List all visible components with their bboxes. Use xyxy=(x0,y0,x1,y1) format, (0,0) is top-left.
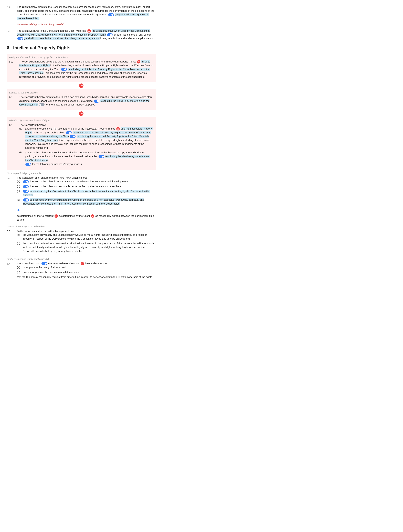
sub4a-text: licensed to the Client in accordance wit… xyxy=(30,180,129,183)
section-52-content: The Client hereby grants to the Consulta… xyxy=(17,5,156,20)
sub4c-item: (c) sub-licensed by the Consultant to th… xyxy=(17,189,156,197)
toggle-61a[interactable] xyxy=(61,68,67,71)
mixed-block: Mixed assignment and licence of rights 6… xyxy=(7,117,156,171)
toggle-53b[interactable] xyxy=(107,33,113,36)
sub3-intro: The Consultant hereby: xyxy=(19,123,153,127)
sub2-num: 6.1 xyxy=(9,95,19,107)
sub1-num: 6.1 xyxy=(9,60,19,79)
toggle-4d[interactable] xyxy=(23,198,29,202)
section-6-title: Intellectual Property Rights xyxy=(13,44,70,51)
sub1-content: The Consultant hereby assigns to the Cli… xyxy=(19,60,153,79)
sub2-label: Licence to use deliverables xyxy=(9,91,153,95)
licence-block: Licence to use deliverables 6.1 The Cons… xyxy=(7,89,156,110)
sub5a-content: the Consultant irrevocably and unconditi… xyxy=(23,233,156,241)
sub6b-label-char: (b) xyxy=(17,270,21,274)
or-badge-64: or xyxy=(81,262,84,265)
toggle-3b2[interactable] xyxy=(25,163,31,166)
plus-icon[interactable]: ✚ xyxy=(17,208,20,213)
toggle-62b[interactable] xyxy=(39,103,44,106)
sub4-plus-row: ✚ xyxy=(17,207,156,213)
sub4-footer: as determined by the Consultant or as de… xyxy=(17,214,156,222)
section-63-block: Waiver of moral rights in deliverables 6… xyxy=(7,225,156,254)
section-53-content: The Client warrants to the Consultant th… xyxy=(17,29,156,40)
sub5a-item: (a) the Consultant irrevocably and uncon… xyxy=(17,233,156,241)
sub3b-item: (b) grants to the Client a non-exclusive… xyxy=(19,151,153,166)
warranty-label: Warranties relating to Second Party mate… xyxy=(17,23,156,26)
toggle-3a1[interactable] xyxy=(66,131,72,134)
sub4a-label-char: (a) xyxy=(17,180,21,184)
sub4c-text: sub-licensed by the Consultant to the Cl… xyxy=(23,190,150,196)
sub5b-label-char: (b) xyxy=(17,242,21,253)
sub6-label: Further assurance (intellectual property… xyxy=(7,258,49,260)
sub3a-label: (a) xyxy=(19,127,24,150)
toggle-62a[interactable] xyxy=(94,100,99,103)
section-6-heading: 6. Intellectual Property Rights xyxy=(7,44,156,51)
sub6b-item: (b) execute or procure the execution of … xyxy=(17,270,156,274)
or-divider-badge-2: OR xyxy=(79,111,83,116)
toggle-4c[interactable] xyxy=(23,190,29,193)
sub4-footer1: as determined by the Consultant xyxy=(17,214,54,217)
sub2-italic: identify purposes xyxy=(76,103,95,106)
section-64-block: Further assurance (intellectual property… xyxy=(7,257,156,279)
sub4c-content: sub-licensed by the Consultant to the Cl… xyxy=(23,189,156,197)
or-badge-3a: or xyxy=(116,127,120,131)
sub3b-italic: identify purposes. xyxy=(63,163,82,165)
section-53-text-c: or other legal rights of any person xyxy=(114,33,151,36)
sub3-num: 6.1 xyxy=(9,123,19,167)
sub3b-content: grants to the Client a non-exclusive, wo… xyxy=(25,151,153,166)
section-53-num: 5.3 xyxy=(7,29,17,40)
section-6-num: 6. xyxy=(7,44,11,51)
section-53-text-d: , and will not breach the provisions of … xyxy=(24,37,100,40)
sub5-intro: To the maximum extent permitted by appli… xyxy=(17,229,156,233)
sub6-intro-line: The Consultant must use reasonable endea… xyxy=(17,262,156,266)
sub4-footer2: as determined by the Client xyxy=(59,214,90,217)
sub4d-label-char: (d) xyxy=(17,198,21,206)
toggle-3b1[interactable] xyxy=(99,155,104,158)
or-divider-badge-1: OR xyxy=(79,83,83,88)
sub1-text1: The Consultant hereby assigns to the Cli… xyxy=(19,60,136,63)
sub4b-item: (b) licensed to the Client on reasonable… xyxy=(17,184,156,189)
sub6-text2: use reasonable endeavours xyxy=(48,262,80,265)
sub5a-label-char: (a) xyxy=(17,233,21,241)
sub2-content: The Consultant hereby grants to the Clie… xyxy=(19,95,153,107)
toggle-4b[interactable] xyxy=(23,185,29,188)
section-53-text-e: in any jurisdiction and under any applic… xyxy=(100,37,154,40)
sub6-text4: to: xyxy=(104,262,107,265)
sub5b-content: the Consultant undertakes to ensure that… xyxy=(23,242,156,253)
sub4b-label-char: (b) xyxy=(17,184,21,189)
or-badge-f2: or xyxy=(91,214,94,218)
sub6-num: 6.4 xyxy=(7,262,17,279)
sub3a-text1: assigns to the Client with full title gu… xyxy=(25,127,115,130)
sub4-content: The Consultant shall ensure that the Thi… xyxy=(17,176,156,222)
sub6b-content: execute or procure the execution of all … xyxy=(23,270,80,274)
section-53-text-a: The Client warrants to the Consultant th… xyxy=(17,29,86,32)
sub4-label: Licensing of third party materials xyxy=(7,172,41,175)
sub6-content: The Consultant must use reasonable endea… xyxy=(17,262,156,279)
sub4d-content: sub-licensed by the Consultant to the Cl… xyxy=(23,198,156,206)
sub5-label: Waiver of moral rights in deliverables xyxy=(7,225,45,228)
sub4d-text: sub-licensed by the Consultant to the Cl… xyxy=(23,198,144,205)
sub4-intro: The Consultant shall ensure that the Thi… xyxy=(17,176,156,180)
sub4a-content: licensed to the Client in accordance wit… xyxy=(23,180,129,184)
sub6-text1: The Consultant must xyxy=(17,262,40,265)
sub3b-text3: for the following purposes: xyxy=(32,163,62,165)
sub3-content: The Consultant hereby: (a) assigns to th… xyxy=(19,123,153,167)
toggle-52[interactable] xyxy=(108,13,114,16)
sub4b-content: licensed to the Client on reasonable ter… xyxy=(23,184,122,189)
sub5-num: 6.3 xyxy=(7,229,17,254)
section-62-block: Licensing of third party materials 6.2 T… xyxy=(7,171,156,222)
sub1-label: Assignment of intellectual property righ… xyxy=(9,56,153,59)
sub5b-item: (b) the Consultant undertakes to ensure … xyxy=(17,242,156,253)
sub6-text3: best endeavours xyxy=(85,262,104,265)
toggle-53c[interactable] xyxy=(17,37,23,40)
sub6a-content: do or procure the doing of all acts; and xyxy=(23,266,66,269)
toggle-3a2[interactable] xyxy=(70,135,76,138)
sub3a-content: assigns to the Client with full title gu… xyxy=(25,127,153,150)
toggle-4a[interactable] xyxy=(23,180,29,183)
sub6a-label-char: (a) xyxy=(17,266,21,269)
sub2-text3: for the following purposes: xyxy=(45,103,75,106)
section-52-num: 5.2 xyxy=(7,5,17,20)
toggle-64[interactable] xyxy=(42,262,47,265)
or-badge-53a: or xyxy=(87,29,91,33)
or-divider-2: OR xyxy=(7,111,156,116)
